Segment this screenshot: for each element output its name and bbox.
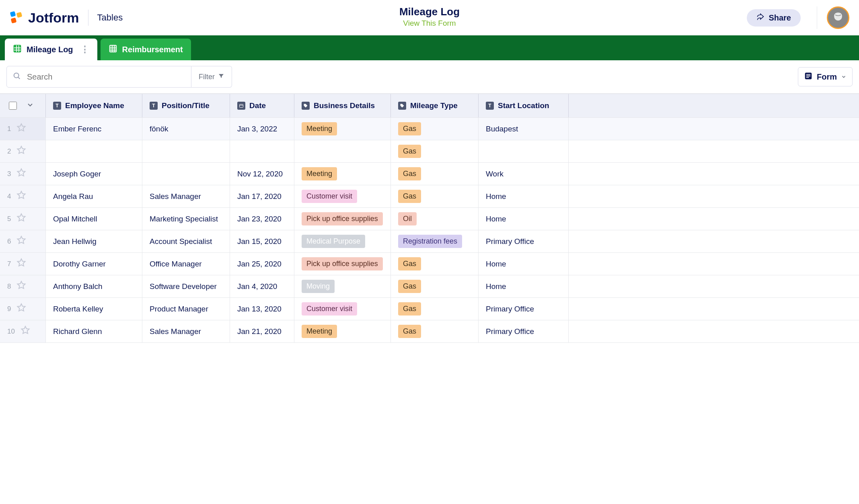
star-icon[interactable] <box>16 191 26 202</box>
cell-date[interactable] <box>230 140 294 162</box>
cell-position[interactable]: Sales Manager <box>142 185 230 207</box>
cell-position[interactable]: Sales Manager <box>142 320 230 342</box>
cell-start[interactable]: Home <box>479 275 569 297</box>
select-all-checkbox[interactable] <box>9 102 17 110</box>
cell-mileage[interactable]: Gas <box>391 185 479 207</box>
table-row[interactable]: 4Angela RauSales ManagerJan 17, 2020Cust… <box>0 185 859 208</box>
star-icon[interactable] <box>16 236 26 247</box>
cell-employee[interactable]: Dorothy Garner <box>46 253 142 275</box>
col-header-employee[interactable]: T Employee Name <box>46 94 142 117</box>
cell-employee[interactable]: Opal Mitchell <box>46 208 142 230</box>
cell-start[interactable]: Home <box>479 208 569 230</box>
section-label[interactable]: Tables <box>97 12 123 23</box>
cell-mileage[interactable]: Gas <box>391 253 479 275</box>
cell-mileage[interactable]: Gas <box>391 140 479 162</box>
cell-start[interactable]: Home <box>479 253 569 275</box>
cell-mileage[interactable]: Registration fees <box>391 230 479 252</box>
cell-mileage[interactable]: Gas <box>391 275 479 297</box>
cell-employee[interactable]: Angela Rau <box>46 185 142 207</box>
cell-date[interactable]: Nov 12, 2020 <box>230 163 294 185</box>
cell-start[interactable]: Primary Office <box>479 320 569 342</box>
tab-mileage-log[interactable]: Mileage Log ⋮ <box>5 39 97 60</box>
cell-business[interactable]: Meeting <box>294 320 391 342</box>
table-row[interactable]: 5Opal MitchellMarketing SpecialistJan 23… <box>0 208 859 230</box>
cell-position[interactable]: Office Manager <box>142 253 230 275</box>
star-icon[interactable] <box>16 303 26 315</box>
cell-business[interactable]: Meeting <box>294 118 391 140</box>
cell-business[interactable] <box>294 140 391 162</box>
star-icon[interactable] <box>16 145 26 157</box>
cell-business[interactable]: Customer visit <box>294 298 391 320</box>
search-box[interactable] <box>6 66 191 88</box>
cell-business[interactable]: Meeting <box>294 163 391 185</box>
star-icon[interactable] <box>16 123 26 135</box>
cell-business[interactable]: Pick up office supplies <box>294 253 391 275</box>
table-row[interactable]: 1Ember FerencfönökJan 3, 2022MeetingGasB… <box>0 118 859 140</box>
cell-employee[interactable]: Jean Hellwig <box>46 230 142 252</box>
cell-employee[interactable]: Anthony Balch <box>46 275 142 297</box>
tab-menu-icon[interactable]: ⋮ <box>80 44 89 55</box>
col-header-start[interactable]: T Start Location <box>479 94 569 117</box>
cell-start[interactable]: Primary Office <box>479 230 569 252</box>
cell-position[interactable]: Software Developer <box>142 275 230 297</box>
view-form-link[interactable]: View This Form <box>403 19 456 28</box>
cell-start[interactable]: Home <box>479 185 569 207</box>
cell-position[interactable] <box>142 140 230 162</box>
cell-mileage[interactable]: Gas <box>391 163 479 185</box>
tab-reimbursement[interactable]: Reimbursement <box>101 39 191 60</box>
chevron-down-icon[interactable] <box>26 101 34 111</box>
cell-employee[interactable] <box>46 140 142 162</box>
col-header-mileage[interactable]: Mileage Type <box>391 94 479 117</box>
cell-employee[interactable]: Roberta Kelley <box>46 298 142 320</box>
cell-date[interactable]: Jan 13, 2020 <box>230 298 294 320</box>
table-row[interactable]: 2Gas <box>0 140 859 163</box>
cell-date[interactable]: Jan 4, 2020 <box>230 275 294 297</box>
table-row[interactable]: 9Roberta KelleyProduct ManagerJan 13, 20… <box>0 298 859 320</box>
table-row[interactable]: 3Joseph GogerNov 12, 2020MeetingGasWork <box>0 163 859 185</box>
table-row[interactable]: 8Anthony BalchSoftware DeveloperJan 4, 2… <box>0 275 859 298</box>
share-button[interactable]: Share <box>747 9 801 27</box>
table-row[interactable]: 7Dorothy GarnerOffice ManagerJan 25, 202… <box>0 253 859 275</box>
filter-button[interactable]: Filter <box>191 66 232 88</box>
cell-start[interactable]: Budapest <box>479 118 569 140</box>
cell-date[interactable]: Jan 17, 2020 <box>230 185 294 207</box>
cell-position[interactable]: Product Manager <box>142 298 230 320</box>
cell-business[interactable]: Medical Purpose <box>294 230 391 252</box>
view-dropdown[interactable]: Form <box>798 67 853 86</box>
cell-employee[interactable]: Joseph Goger <box>46 163 142 185</box>
table-row[interactable]: 6Jean HellwigAccount SpecialistJan 15, 2… <box>0 230 859 253</box>
star-icon[interactable] <box>21 326 30 337</box>
search-input[interactable] <box>26 72 185 82</box>
cell-mileage[interactable]: Gas <box>391 118 479 140</box>
cell-business[interactable]: Moving <box>294 275 391 297</box>
cell-business[interactable]: Pick up office supplies <box>294 208 391 230</box>
cell-position[interactable]: Account Specialist <box>142 230 230 252</box>
cell-date[interactable]: Jan 23, 2020 <box>230 208 294 230</box>
cell-date[interactable]: Jan 21, 2020 <box>230 320 294 342</box>
cell-start[interactable] <box>479 140 569 162</box>
cell-mileage[interactable]: Oil <box>391 208 479 230</box>
star-icon[interactable] <box>16 168 26 180</box>
avatar[interactable] <box>827 6 849 29</box>
col-header-business[interactable]: Business Details <box>294 94 391 117</box>
cell-start[interactable]: Primary Office <box>479 298 569 320</box>
col-header-date[interactable]: Date <box>230 94 294 117</box>
cell-business[interactable]: Customer visit <box>294 185 391 207</box>
cell-position[interactable]: fönök <box>142 118 230 140</box>
brand-logo[interactable]: Jotform <box>10 10 79 26</box>
cell-date[interactable]: Jan 25, 2020 <box>230 253 294 275</box>
cell-employee[interactable]: Richard Glenn <box>46 320 142 342</box>
cell-position[interactable]: Marketing Specialist <box>142 208 230 230</box>
star-icon[interactable] <box>16 213 26 225</box>
star-icon[interactable] <box>16 281 26 292</box>
cell-start[interactable]: Work <box>479 163 569 185</box>
cell-position[interactable] <box>142 163 230 185</box>
cell-date[interactable]: Jan 15, 2020 <box>230 230 294 252</box>
col-header-position[interactable]: T Position/Title <box>142 94 230 117</box>
star-icon[interactable] <box>16 258 26 270</box>
cell-mileage[interactable]: Gas <box>391 298 479 320</box>
table-row[interactable]: 10Richard GlennSales ManagerJan 21, 2020… <box>0 320 859 343</box>
cell-date[interactable]: Jan 3, 2022 <box>230 118 294 140</box>
cell-employee[interactable]: Ember Ferenc <box>46 118 142 140</box>
cell-mileage[interactable]: Gas <box>391 320 479 342</box>
